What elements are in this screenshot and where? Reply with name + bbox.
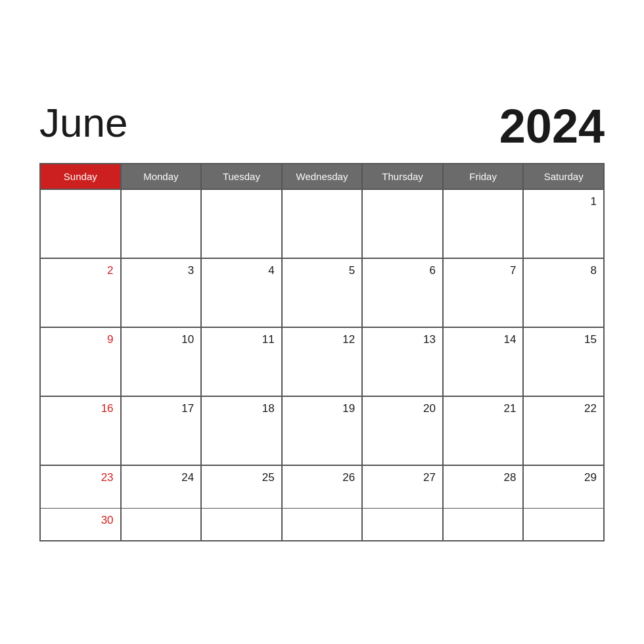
day-cell-empty-b3 xyxy=(282,508,363,541)
week-row-3: 9 10 11 12 13 14 15 xyxy=(40,327,604,396)
day-cell-1: 1 xyxy=(523,189,604,258)
day-cell-2: 2 xyxy=(40,258,121,327)
day-cell-26: 26 xyxy=(282,465,363,508)
day-cell xyxy=(282,189,363,258)
day-cell-empty-b2 xyxy=(201,508,282,541)
day-cell-11: 11 xyxy=(201,327,282,396)
header-sunday: Sunday xyxy=(40,164,121,189)
day-cell-18: 18 xyxy=(201,396,282,465)
header-wednesday: Wednesday xyxy=(282,164,363,189)
day-cell xyxy=(201,189,282,258)
day-cell-empty-b5 xyxy=(443,508,524,541)
calendar-container: June 2024 Sunday Monday Tuesday Wednesda… xyxy=(26,89,618,555)
header-thursday: Thursday xyxy=(362,164,443,189)
week-row-5-bottom: 30 xyxy=(40,508,604,541)
weeks-container: 1 2 3 4 5 6 7 8 9 10 11 12 13 14 15 xyxy=(40,189,604,541)
day-cell-4: 4 xyxy=(201,258,282,327)
week-row-5-top: 23 24 25 26 27 28 29 xyxy=(40,465,604,508)
day-cell-6: 6 xyxy=(362,258,443,327)
day-cell-empty-b6 xyxy=(523,508,604,541)
day-cell-20: 20 xyxy=(362,396,443,465)
day-cell-12: 12 xyxy=(282,327,363,396)
header-friday: Friday xyxy=(443,164,524,189)
day-cell-7: 7 xyxy=(443,258,524,327)
day-cell-15: 15 xyxy=(523,327,604,396)
day-cell-22: 22 xyxy=(523,396,604,465)
day-cell-5: 5 xyxy=(282,258,363,327)
day-cell-21: 21 xyxy=(443,396,524,465)
day-cell-25: 25 xyxy=(201,465,282,508)
day-cell xyxy=(121,189,202,258)
day-cell-9: 9 xyxy=(40,327,121,396)
header-monday: Monday xyxy=(121,164,202,189)
day-cell-17: 17 xyxy=(121,396,202,465)
calendar-grid: Sunday Monday Tuesday Wednesday Thursday… xyxy=(39,163,605,541)
day-cell-24: 24 xyxy=(121,465,202,508)
day-cell-8: 8 xyxy=(523,258,604,327)
calendar-header: June 2024 xyxy=(39,103,605,150)
week-row-1: 1 xyxy=(40,189,604,258)
calendar-year: 2024 xyxy=(499,103,605,150)
day-cell-28: 28 xyxy=(443,465,524,508)
day-cell-19: 19 xyxy=(282,396,363,465)
day-cell-16: 16 xyxy=(40,396,121,465)
week-row-4: 16 17 18 19 20 21 22 xyxy=(40,396,604,465)
calendar-month: June xyxy=(39,103,127,143)
day-cell-empty-b1 xyxy=(121,508,202,541)
day-cell-13: 13 xyxy=(362,327,443,396)
header-tuesday: Tuesday xyxy=(201,164,282,189)
day-cell-3: 3 xyxy=(121,258,202,327)
day-cell-14: 14 xyxy=(443,327,524,396)
week-row-2: 2 3 4 5 6 7 8 xyxy=(40,258,604,327)
header-saturday: Saturday xyxy=(523,164,604,189)
day-header-row: Sunday Monday Tuesday Wednesday Thursday… xyxy=(40,164,604,189)
day-cell-29: 29 xyxy=(523,465,604,508)
day-cell xyxy=(362,189,443,258)
day-cell-30: 30 xyxy=(40,508,121,541)
day-cell-27: 27 xyxy=(362,465,443,508)
day-cell-23: 23 xyxy=(40,465,121,508)
day-cell-10: 10 xyxy=(121,327,202,396)
day-cell xyxy=(40,189,121,258)
day-cell xyxy=(443,189,524,258)
day-cell-empty-b4 xyxy=(362,508,443,541)
